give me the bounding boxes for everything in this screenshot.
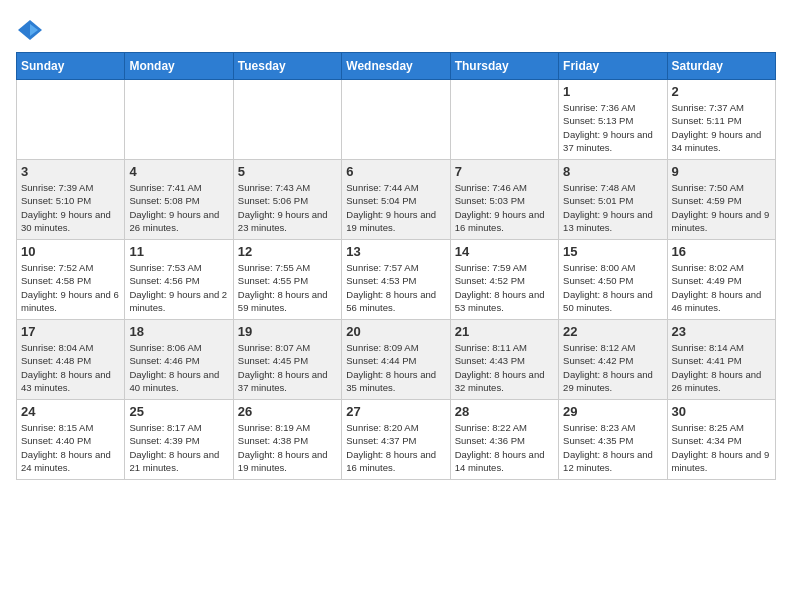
day-detail: Sunrise: 8:20 AM Sunset: 4:37 PM Dayligh… [346,421,445,474]
day-number: 4 [129,164,228,179]
weekday-header: Saturday [667,53,775,80]
calendar-cell: 25Sunrise: 8:17 AM Sunset: 4:39 PM Dayli… [125,400,233,480]
day-detail: Sunrise: 8:06 AM Sunset: 4:46 PM Dayligh… [129,341,228,394]
day-number: 19 [238,324,337,339]
day-number: 17 [21,324,120,339]
calendar-table: SundayMondayTuesdayWednesdayThursdayFrid… [16,52,776,480]
day-number: 25 [129,404,228,419]
day-number: 1 [563,84,662,99]
day-detail: Sunrise: 8:07 AM Sunset: 4:45 PM Dayligh… [238,341,337,394]
day-number: 14 [455,244,554,259]
day-detail: Sunrise: 7:53 AM Sunset: 4:56 PM Dayligh… [129,261,228,314]
day-number: 23 [672,324,771,339]
calendar-cell: 22Sunrise: 8:12 AM Sunset: 4:42 PM Dayli… [559,320,667,400]
calendar-cell [342,80,450,160]
day-number: 10 [21,244,120,259]
calendar-cell: 21Sunrise: 8:11 AM Sunset: 4:43 PM Dayli… [450,320,558,400]
day-detail: Sunrise: 7:37 AM Sunset: 5:11 PM Dayligh… [672,101,771,154]
logo [16,16,48,44]
day-number: 20 [346,324,445,339]
day-number: 5 [238,164,337,179]
weekday-header: Tuesday [233,53,341,80]
day-detail: Sunrise: 8:00 AM Sunset: 4:50 PM Dayligh… [563,261,662,314]
calendar-cell: 10Sunrise: 7:52 AM Sunset: 4:58 PM Dayli… [17,240,125,320]
day-detail: Sunrise: 8:19 AM Sunset: 4:38 PM Dayligh… [238,421,337,474]
day-number: 28 [455,404,554,419]
calendar-cell: 30Sunrise: 8:25 AM Sunset: 4:34 PM Dayli… [667,400,775,480]
day-number: 7 [455,164,554,179]
day-number: 30 [672,404,771,419]
day-number: 21 [455,324,554,339]
calendar-cell: 18Sunrise: 8:06 AM Sunset: 4:46 PM Dayli… [125,320,233,400]
day-detail: Sunrise: 7:43 AM Sunset: 5:06 PM Dayligh… [238,181,337,234]
day-number: 24 [21,404,120,419]
calendar-cell: 6Sunrise: 7:44 AM Sunset: 5:04 PM Daylig… [342,160,450,240]
day-number: 22 [563,324,662,339]
calendar-cell: 7Sunrise: 7:46 AM Sunset: 5:03 PM Daylig… [450,160,558,240]
calendar-cell [17,80,125,160]
calendar-cell: 8Sunrise: 7:48 AM Sunset: 5:01 PM Daylig… [559,160,667,240]
day-detail: Sunrise: 7:44 AM Sunset: 5:04 PM Dayligh… [346,181,445,234]
day-detail: Sunrise: 8:12 AM Sunset: 4:42 PM Dayligh… [563,341,662,394]
calendar-cell: 27Sunrise: 8:20 AM Sunset: 4:37 PM Dayli… [342,400,450,480]
day-detail: Sunrise: 7:50 AM Sunset: 4:59 PM Dayligh… [672,181,771,234]
day-number: 16 [672,244,771,259]
calendar-cell: 16Sunrise: 8:02 AM Sunset: 4:49 PM Dayli… [667,240,775,320]
calendar-cell: 1Sunrise: 7:36 AM Sunset: 5:13 PM Daylig… [559,80,667,160]
day-number: 29 [563,404,662,419]
calendar-week: 1Sunrise: 7:36 AM Sunset: 5:13 PM Daylig… [17,80,776,160]
day-detail: Sunrise: 8:11 AM Sunset: 4:43 PM Dayligh… [455,341,554,394]
calendar-cell: 29Sunrise: 8:23 AM Sunset: 4:35 PM Dayli… [559,400,667,480]
day-detail: Sunrise: 7:55 AM Sunset: 4:55 PM Dayligh… [238,261,337,314]
calendar-cell: 23Sunrise: 8:14 AM Sunset: 4:41 PM Dayli… [667,320,775,400]
day-detail: Sunrise: 8:04 AM Sunset: 4:48 PM Dayligh… [21,341,120,394]
day-detail: Sunrise: 8:22 AM Sunset: 4:36 PM Dayligh… [455,421,554,474]
calendar-cell: 3Sunrise: 7:39 AM Sunset: 5:10 PM Daylig… [17,160,125,240]
logo-icon [16,16,44,44]
calendar-week: 3Sunrise: 7:39 AM Sunset: 5:10 PM Daylig… [17,160,776,240]
calendar-cell: 11Sunrise: 7:53 AM Sunset: 4:56 PM Dayli… [125,240,233,320]
day-number: 18 [129,324,228,339]
calendar-cell: 19Sunrise: 8:07 AM Sunset: 4:45 PM Dayli… [233,320,341,400]
day-number: 15 [563,244,662,259]
day-detail: Sunrise: 8:23 AM Sunset: 4:35 PM Dayligh… [563,421,662,474]
day-detail: Sunrise: 8:09 AM Sunset: 4:44 PM Dayligh… [346,341,445,394]
day-number: 8 [563,164,662,179]
calendar-cell: 15Sunrise: 8:00 AM Sunset: 4:50 PM Dayli… [559,240,667,320]
day-number: 3 [21,164,120,179]
day-detail: Sunrise: 8:14 AM Sunset: 4:41 PM Dayligh… [672,341,771,394]
calendar-cell [125,80,233,160]
calendar-week: 24Sunrise: 8:15 AM Sunset: 4:40 PM Dayli… [17,400,776,480]
day-detail: Sunrise: 7:36 AM Sunset: 5:13 PM Dayligh… [563,101,662,154]
calendar-week: 17Sunrise: 8:04 AM Sunset: 4:48 PM Dayli… [17,320,776,400]
day-detail: Sunrise: 8:25 AM Sunset: 4:34 PM Dayligh… [672,421,771,474]
day-number: 26 [238,404,337,419]
calendar-cell: 28Sunrise: 8:22 AM Sunset: 4:36 PM Dayli… [450,400,558,480]
day-number: 11 [129,244,228,259]
day-number: 6 [346,164,445,179]
calendar-cell [233,80,341,160]
calendar-cell: 5Sunrise: 7:43 AM Sunset: 5:06 PM Daylig… [233,160,341,240]
day-detail: Sunrise: 8:02 AM Sunset: 4:49 PM Dayligh… [672,261,771,314]
day-detail: Sunrise: 7:41 AM Sunset: 5:08 PM Dayligh… [129,181,228,234]
day-detail: Sunrise: 8:17 AM Sunset: 4:39 PM Dayligh… [129,421,228,474]
calendar-cell: 2Sunrise: 7:37 AM Sunset: 5:11 PM Daylig… [667,80,775,160]
weekday-header: Friday [559,53,667,80]
weekday-header: Wednesday [342,53,450,80]
day-detail: Sunrise: 7:46 AM Sunset: 5:03 PM Dayligh… [455,181,554,234]
day-number: 12 [238,244,337,259]
day-number: 27 [346,404,445,419]
calendar-cell: 9Sunrise: 7:50 AM Sunset: 4:59 PM Daylig… [667,160,775,240]
day-detail: Sunrise: 8:15 AM Sunset: 4:40 PM Dayligh… [21,421,120,474]
calendar-cell: 12Sunrise: 7:55 AM Sunset: 4:55 PM Dayli… [233,240,341,320]
calendar-cell: 17Sunrise: 8:04 AM Sunset: 4:48 PM Dayli… [17,320,125,400]
calendar-week: 10Sunrise: 7:52 AM Sunset: 4:58 PM Dayli… [17,240,776,320]
day-detail: Sunrise: 7:52 AM Sunset: 4:58 PM Dayligh… [21,261,120,314]
day-detail: Sunrise: 7:57 AM Sunset: 4:53 PM Dayligh… [346,261,445,314]
day-number: 9 [672,164,771,179]
weekday-header: Thursday [450,53,558,80]
day-number: 13 [346,244,445,259]
day-detail: Sunrise: 7:39 AM Sunset: 5:10 PM Dayligh… [21,181,120,234]
calendar-cell [450,80,558,160]
day-detail: Sunrise: 7:59 AM Sunset: 4:52 PM Dayligh… [455,261,554,314]
